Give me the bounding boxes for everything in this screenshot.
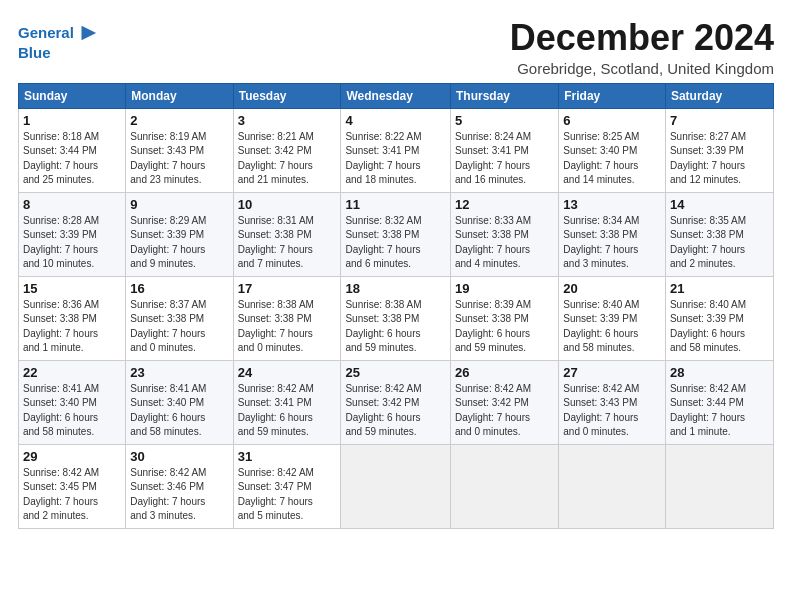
calendar-cell: 4Sunrise: 8:22 AMSunset: 3:41 PMDaylight… (341, 108, 451, 192)
calendar-cell: 1Sunrise: 8:18 AMSunset: 3:44 PMDaylight… (19, 108, 126, 192)
day-info: Sunrise: 8:42 AMSunset: 3:45 PMDaylight:… (23, 466, 121, 524)
calendar-cell: 21Sunrise: 8:40 AMSunset: 3:39 PMDayligh… (665, 276, 773, 360)
day-number: 23 (130, 365, 228, 380)
day-number: 21 (670, 281, 769, 296)
day-info: Sunrise: 8:35 AMSunset: 3:38 PMDaylight:… (670, 214, 769, 272)
day-info: Sunrise: 8:25 AMSunset: 3:40 PMDaylight:… (563, 130, 661, 188)
calendar-week-row: 29Sunrise: 8:42 AMSunset: 3:45 PMDayligh… (19, 444, 774, 528)
calendar-cell: 30Sunrise: 8:42 AMSunset: 3:46 PMDayligh… (126, 444, 233, 528)
day-info: Sunrise: 8:42 AMSunset: 3:43 PMDaylight:… (563, 382, 661, 440)
calendar-cell: 16Sunrise: 8:37 AMSunset: 3:38 PMDayligh… (126, 276, 233, 360)
day-number: 19 (455, 281, 554, 296)
calendar-cell: 14Sunrise: 8:35 AMSunset: 3:38 PMDayligh… (665, 192, 773, 276)
day-number: 1 (23, 113, 121, 128)
day-number: 2 (130, 113, 228, 128)
day-info: Sunrise: 8:41 AMSunset: 3:40 PMDaylight:… (23, 382, 121, 440)
day-number: 11 (345, 197, 446, 212)
day-info: Sunrise: 8:18 AMSunset: 3:44 PMDaylight:… (23, 130, 121, 188)
calendar-day-header: Wednesday (341, 83, 451, 108)
day-info: Sunrise: 8:38 AMSunset: 3:38 PMDaylight:… (238, 298, 337, 356)
day-number: 22 (23, 365, 121, 380)
day-info: Sunrise: 8:22 AMSunset: 3:41 PMDaylight:… (345, 130, 446, 188)
calendar-cell: 26Sunrise: 8:42 AMSunset: 3:42 PMDayligh… (450, 360, 558, 444)
day-info: Sunrise: 8:37 AMSunset: 3:38 PMDaylight:… (130, 298, 228, 356)
calendar-cell: 20Sunrise: 8:40 AMSunset: 3:39 PMDayligh… (559, 276, 666, 360)
calendar-cell: 10Sunrise: 8:31 AMSunset: 3:38 PMDayligh… (233, 192, 341, 276)
calendar-cell: 27Sunrise: 8:42 AMSunset: 3:43 PMDayligh… (559, 360, 666, 444)
calendar-cell: 3Sunrise: 8:21 AMSunset: 3:42 PMDaylight… (233, 108, 341, 192)
calendar-cell: 9Sunrise: 8:29 AMSunset: 3:39 PMDaylight… (126, 192, 233, 276)
calendar-cell (559, 444, 666, 528)
logo-text: General (18, 24, 74, 41)
day-number: 7 (670, 113, 769, 128)
day-number: 16 (130, 281, 228, 296)
day-number: 24 (238, 365, 337, 380)
calendar-cell: 13Sunrise: 8:34 AMSunset: 3:38 PMDayligh… (559, 192, 666, 276)
calendar-cell (341, 444, 451, 528)
calendar-week-row: 8Sunrise: 8:28 AMSunset: 3:39 PMDaylight… (19, 192, 774, 276)
calendar-cell: 7Sunrise: 8:27 AMSunset: 3:39 PMDaylight… (665, 108, 773, 192)
calendar-cell: 6Sunrise: 8:25 AMSunset: 3:40 PMDaylight… (559, 108, 666, 192)
day-number: 30 (130, 449, 228, 464)
day-number: 18 (345, 281, 446, 296)
calendar-day-header: Tuesday (233, 83, 341, 108)
day-info: Sunrise: 8:40 AMSunset: 3:39 PMDaylight:… (670, 298, 769, 356)
calendar-week-row: 1Sunrise: 8:18 AMSunset: 3:44 PMDaylight… (19, 108, 774, 192)
day-info: Sunrise: 8:42 AMSunset: 3:41 PMDaylight:… (238, 382, 337, 440)
day-number: 25 (345, 365, 446, 380)
calendar-cell: 29Sunrise: 8:42 AMSunset: 3:45 PMDayligh… (19, 444, 126, 528)
day-number: 28 (670, 365, 769, 380)
location-subtitle: Gorebridge, Scotland, United Kingdom (510, 60, 774, 77)
logo: General Blue (18, 22, 98, 61)
day-info: Sunrise: 8:42 AMSunset: 3:42 PMDaylight:… (345, 382, 446, 440)
day-info: Sunrise: 8:41 AMSunset: 3:40 PMDaylight:… (130, 382, 228, 440)
day-info: Sunrise: 8:34 AMSunset: 3:38 PMDaylight:… (563, 214, 661, 272)
calendar-day-header: Sunday (19, 83, 126, 108)
day-number: 20 (563, 281, 661, 296)
day-info: Sunrise: 8:24 AMSunset: 3:41 PMDaylight:… (455, 130, 554, 188)
day-info: Sunrise: 8:29 AMSunset: 3:39 PMDaylight:… (130, 214, 228, 272)
day-number: 6 (563, 113, 661, 128)
svg-marker-0 (81, 26, 96, 41)
day-number: 10 (238, 197, 337, 212)
day-info: Sunrise: 8:42 AMSunset: 3:47 PMDaylight:… (238, 466, 337, 524)
calendar-cell (665, 444, 773, 528)
day-info: Sunrise: 8:39 AMSunset: 3:38 PMDaylight:… (455, 298, 554, 356)
day-info: Sunrise: 8:28 AMSunset: 3:39 PMDaylight:… (23, 214, 121, 272)
calendar-day-header: Monday (126, 83, 233, 108)
day-info: Sunrise: 8:36 AMSunset: 3:38 PMDaylight:… (23, 298, 121, 356)
calendar-day-header: Saturday (665, 83, 773, 108)
day-number: 29 (23, 449, 121, 464)
day-number: 17 (238, 281, 337, 296)
day-number: 27 (563, 365, 661, 380)
day-info: Sunrise: 8:33 AMSunset: 3:38 PMDaylight:… (455, 214, 554, 272)
day-number: 14 (670, 197, 769, 212)
calendar-header-row: SundayMondayTuesdayWednesdayThursdayFrid… (19, 83, 774, 108)
calendar-cell: 23Sunrise: 8:41 AMSunset: 3:40 PMDayligh… (126, 360, 233, 444)
calendar-cell: 22Sunrise: 8:41 AMSunset: 3:40 PMDayligh… (19, 360, 126, 444)
calendar-cell: 28Sunrise: 8:42 AMSunset: 3:44 PMDayligh… (665, 360, 773, 444)
calendar-cell: 5Sunrise: 8:24 AMSunset: 3:41 PMDaylight… (450, 108, 558, 192)
day-number: 31 (238, 449, 337, 464)
day-info: Sunrise: 8:31 AMSunset: 3:38 PMDaylight:… (238, 214, 337, 272)
day-info: Sunrise: 8:27 AMSunset: 3:39 PMDaylight:… (670, 130, 769, 188)
page-container: General Blue December 2024 Gorebridge, S… (0, 0, 792, 539)
calendar-cell: 25Sunrise: 8:42 AMSunset: 3:42 PMDayligh… (341, 360, 451, 444)
calendar-cell: 8Sunrise: 8:28 AMSunset: 3:39 PMDaylight… (19, 192, 126, 276)
day-number: 13 (563, 197, 661, 212)
calendar-cell: 24Sunrise: 8:42 AMSunset: 3:41 PMDayligh… (233, 360, 341, 444)
day-info: Sunrise: 8:38 AMSunset: 3:38 PMDaylight:… (345, 298, 446, 356)
header-row: General Blue December 2024 Gorebridge, S… (18, 18, 774, 77)
calendar-cell: 12Sunrise: 8:33 AMSunset: 3:38 PMDayligh… (450, 192, 558, 276)
day-info: Sunrise: 8:19 AMSunset: 3:43 PMDaylight:… (130, 130, 228, 188)
day-number: 26 (455, 365, 554, 380)
calendar-cell: 17Sunrise: 8:38 AMSunset: 3:38 PMDayligh… (233, 276, 341, 360)
calendar-cell (450, 444, 558, 528)
day-number: 3 (238, 113, 337, 128)
day-info: Sunrise: 8:32 AMSunset: 3:38 PMDaylight:… (345, 214, 446, 272)
calendar-cell: 2Sunrise: 8:19 AMSunset: 3:43 PMDaylight… (126, 108, 233, 192)
day-number: 12 (455, 197, 554, 212)
day-info: Sunrise: 8:42 AMSunset: 3:44 PMDaylight:… (670, 382, 769, 440)
calendar-week-row: 22Sunrise: 8:41 AMSunset: 3:40 PMDayligh… (19, 360, 774, 444)
calendar-cell: 31Sunrise: 8:42 AMSunset: 3:47 PMDayligh… (233, 444, 341, 528)
